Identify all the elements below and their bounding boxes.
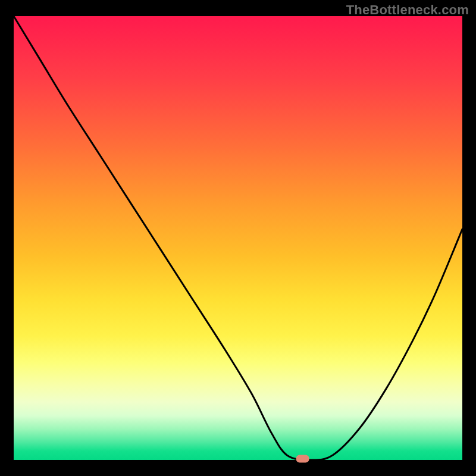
minimum-marker [296, 455, 309, 463]
bottleneck-curve [14, 16, 462, 460]
watermark-text: TheBottleneck.com [346, 2, 469, 18]
curve-layer [14, 16, 462, 460]
chart-frame: TheBottleneck.com [0, 0, 476, 476]
